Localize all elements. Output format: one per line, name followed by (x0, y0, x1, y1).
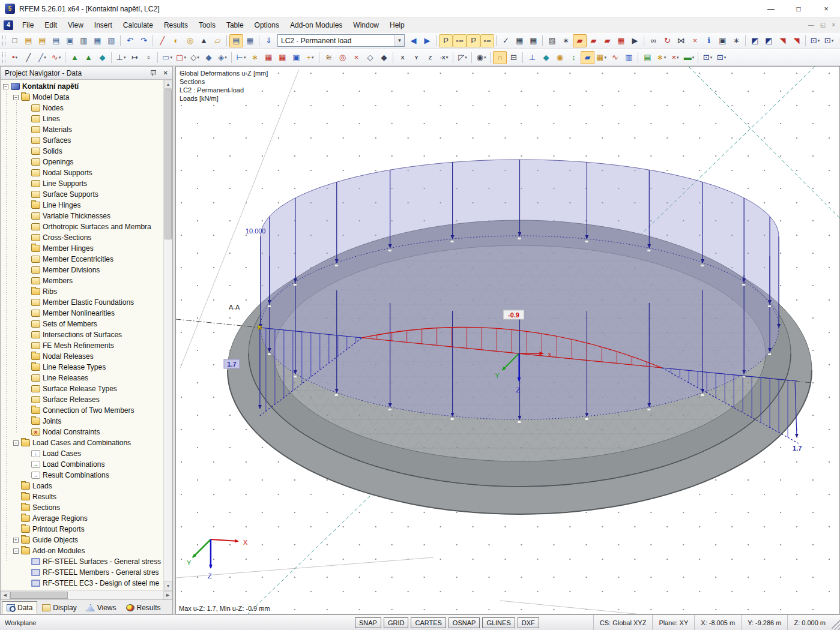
tree-item[interactable]: Line Supports (1, 178, 163, 189)
view-z-icon[interactable]: Z (423, 51, 437, 64)
tree-item[interactable]: RF-STEEL Members - General stres (1, 567, 163, 578)
tree-item[interactable]: Line Releases (1, 373, 163, 383)
delete-icon[interactable]: × (688, 34, 702, 47)
tree-item[interactable]: − Kontaktní napětí (1, 81, 163, 92)
tree-expander[interactable]: + (13, 538, 19, 543)
mdi-close-button[interactable]: × (832, 22, 835, 28)
edit-frame-icon[interactable]: ▫ (142, 51, 156, 64)
generate-node-icon[interactable]: ∗ (248, 51, 262, 64)
new-member-icon[interactable]: ▲ (68, 51, 82, 64)
new-surface-icon[interactable]: ◆ (95, 51, 109, 64)
solid-view-icon[interactable]: ◇ (363, 51, 377, 64)
tree-item[interactable]: Members (1, 275, 163, 286)
snap-node-icon[interactable]: ◎ (183, 34, 197, 47)
new-line-type-icon[interactable]: ╱ (35, 51, 49, 64)
tree-item[interactable]: Joints (1, 416, 163, 427)
section-manager-icon[interactable]: ⊟ (507, 51, 521, 64)
member-check-icon[interactable]: ✓ (499, 34, 513, 47)
menu-addon-modules[interactable]: Add-on Modules (285, 19, 348, 31)
nodal-support-icon[interactable]: P (439, 34, 453, 47)
tree-item[interactable]: Member Hinges (1, 243, 163, 254)
workplane-xy-icon[interactable]: ▰ (573, 34, 587, 47)
new-window-icon[interactable]: ▱ (211, 34, 225, 47)
fe-refinement2-icon[interactable]: ▦ (276, 51, 289, 64)
mirror-icon[interactable]: ⋈ (674, 34, 688, 47)
menu-table[interactable]: Table (221, 19, 249, 31)
toolbar-grip[interactable] (2, 35, 5, 46)
tree-item[interactable]: Loads (1, 481, 163, 491)
tree-item[interactable]: RF-STEEL AISC - Design of steel m (1, 589, 163, 590)
menu-insert[interactable]: Insert (89, 19, 118, 31)
select-special-icon[interactable]: ▲ (197, 34, 211, 47)
print-preview-icon[interactable]: ▧ (104, 34, 118, 47)
menu-options[interactable]: Options (249, 19, 285, 31)
tab-results[interactable]: Results (121, 601, 166, 614)
tree-item[interactable]: Member Nonlinearities (1, 308, 163, 319)
new-solid3-icon[interactable]: ◈ (216, 51, 229, 64)
tree-item[interactable]: Sections (1, 502, 163, 513)
mdi-minimize-button[interactable]: — (808, 22, 814, 28)
display-props-icon[interactable]: ⊡ (701, 51, 715, 64)
new-member-set-icon[interactable]: ▲ (82, 51, 95, 64)
frame-joint-icon[interactable]: ▦ (513, 34, 527, 47)
menu-edit[interactable]: Edit (39, 19, 62, 31)
gears-icon[interactable]: ∗ (730, 34, 743, 47)
monitor-view-icon[interactable]: ⊡ (808, 34, 822, 47)
windows-tile-icon[interactable]: ▦ (594, 51, 608, 64)
tree-item[interactable]: Line Release Types (1, 362, 163, 373)
new-node-icon[interactable]: • (8, 51, 22, 64)
scroll-right-icon[interactable]: ▶ (163, 591, 172, 600)
open-network-project-icon[interactable]: ▤ (49, 34, 63, 47)
maximize-button[interactable]: □ (785, 0, 812, 17)
print-icon[interactable]: ▦ (91, 34, 104, 47)
grid-settings-icon[interactable]: ▦ (614, 34, 628, 47)
next-loadcase-icon[interactable]: ▶ (420, 34, 434, 47)
results-colors-icon[interactable]: ◆ (539, 51, 553, 64)
result-tables-icon[interactable]: ▥ (622, 51, 636, 64)
menu-tools[interactable]: Tools (193, 19, 221, 31)
wire-model-icon[interactable]: ≋ (322, 51, 336, 64)
new-section-icon[interactable]: ∩ (493, 51, 507, 64)
tree-item[interactable]: Member Divisions (1, 265, 163, 275)
tree-expander[interactable]: − (13, 95, 19, 100)
new-solid-icon[interactable]: ◇ (188, 51, 202, 64)
monitor-view3-icon[interactable]: ⊡ (836, 34, 840, 47)
tree-item[interactable]: Result Combinations (1, 470, 163, 481)
view-arrow-icon[interactable]: ◥ (776, 34, 790, 47)
new-line-icon[interactable]: ╱ (22, 51, 35, 64)
printout-report-icon[interactable]: ▥ (77, 34, 91, 47)
result-diagram-icon[interactable]: ∿ (608, 51, 622, 64)
tree-item[interactable]: + Guide Objects (1, 535, 163, 545)
new-polyline-icon[interactable]: ∿ (49, 51, 63, 64)
undo-icon[interactable]: ↶ (123, 34, 137, 47)
solid-view2-icon[interactable]: ◆ (377, 51, 391, 64)
tab-views[interactable]: Views (82, 601, 121, 614)
tree-item[interactable]: Orthotropic Surfaces and Membra (1, 221, 163, 232)
new-model-icon[interactable]: □ (8, 34, 22, 47)
tree-item[interactable]: Surfaces (1, 135, 163, 146)
menu-help[interactable]: Help (384, 19, 410, 31)
menu-window[interactable]: Window (348, 19, 384, 31)
osnap-toggle[interactable]: OSNAP (449, 617, 480, 628)
workplane-xz-icon[interactable]: ▰ (600, 34, 614, 47)
fe-generate-icon[interactable]: + (303, 51, 317, 64)
scrollbar-thumb[interactable] (165, 89, 172, 239)
fe-refinement3-icon[interactable]: ▣ (289, 51, 303, 64)
tree-item[interactable]: Openings (1, 157, 163, 167)
resize-grip[interactable] (832, 615, 840, 630)
tree-item[interactable]: Nodal Releases (1, 351, 163, 362)
tree-item[interactable]: Printout Reports (1, 524, 163, 535)
line-support-icon[interactable]: P (467, 34, 480, 47)
tree-item[interactable]: Member Eccentricities (1, 254, 163, 265)
tree-item[interactable]: − Load Cases and Combinations (1, 437, 163, 448)
tree-item[interactable]: Sets of Members (1, 319, 163, 329)
support-dimension-icon[interactable]: x.xx (453, 34, 467, 47)
fe-mesh-icon[interactable]: ∗ (559, 34, 573, 47)
scroll-down-icon[interactable]: ▼ (164, 581, 172, 590)
ruler-icon[interactable]: ▬ (682, 51, 696, 64)
edit-line-icon[interactable]: ╱ (156, 34, 169, 47)
show-tables-icon[interactable]: ▤ (229, 34, 243, 47)
tree-item[interactable]: Load Combinations (1, 459, 163, 470)
select-path-icon[interactable]: ▶ (628, 34, 642, 47)
horizontal-scrollbar[interactable]: ◀ ▶ (1, 590, 172, 599)
